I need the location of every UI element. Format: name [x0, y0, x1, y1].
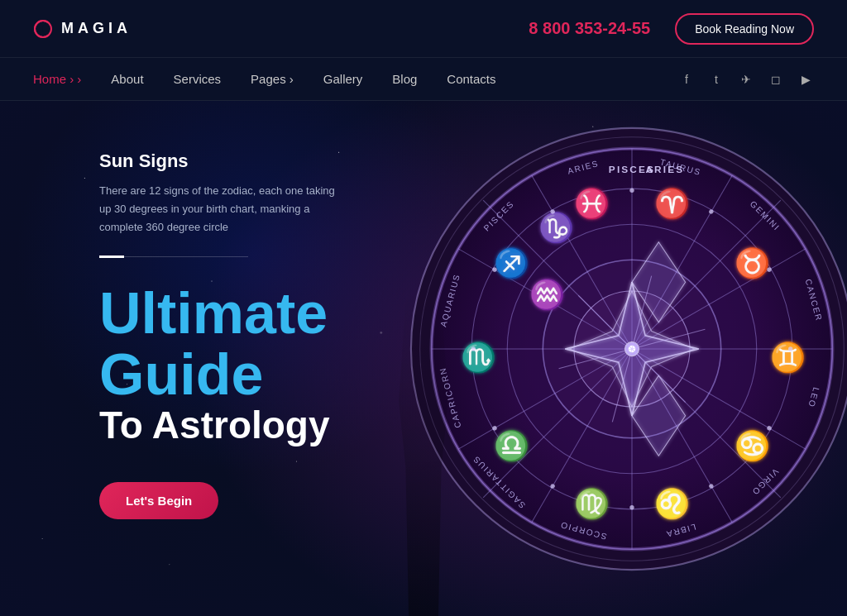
book-reading-button[interactable]: Book Reading Now: [675, 13, 814, 45]
svg-text:♐: ♐: [494, 246, 529, 280]
lets-begin-button[interactable]: Let's Begin: [99, 482, 218, 519]
zodiac-wheel: /* ticks drawn below */: [400, 109, 847, 589]
logo[interactable]: MAGIA: [33, 17, 132, 41]
sun-signs-title: Sun Signs: [99, 150, 364, 172]
svg-text:♉: ♉: [735, 246, 770, 280]
sun-signs-description: There are 12 signs of the zodiac, each o…: [99, 182, 347, 236]
svg-text:♋: ♋: [735, 429, 770, 463]
hero-section: Sun Signs There are 12 signs of the zodi…: [0, 101, 847, 616]
svg-text:♍: ♍: [574, 487, 610, 521]
svg-text:♈: ♈: [654, 187, 690, 221]
svg-point-62: [629, 505, 634, 509]
nav-item-contacts[interactable]: Contacts: [447, 72, 495, 87]
phone-number: 8 800 353-24-55: [529, 19, 650, 38]
zodiac-svg: /* ticks drawn below */: [400, 109, 847, 589]
nav-item-gallery[interactable]: Gallery: [323, 72, 363, 87]
svg-point-59: [788, 346, 792, 351]
nav-link-pages[interactable]: Pages ›: [251, 72, 294, 86]
logo-icon: [33, 17, 56, 41]
phone-main: 353-24-55: [575, 19, 650, 37]
facebook-icon[interactable]: f: [678, 71, 695, 88]
logo-text: MAGIA: [61, 20, 132, 37]
svg-point-65: [471, 346, 476, 351]
hero-divider: [99, 256, 248, 257]
svg-text:♌: ♌: [654, 487, 690, 521]
svg-text:♓: ♓: [574, 187, 610, 221]
nav-link-contacts[interactable]: Contacts: [447, 72, 495, 86]
social-icons: f t ✈ ◻ ▶: [678, 71, 814, 88]
nav-link-home[interactable]: Home ›: [33, 72, 81, 86]
nav-item-services[interactable]: Services: [174, 72, 222, 87]
svg-text:♎: ♎: [494, 429, 529, 463]
instagram-icon[interactable]: ◻: [768, 71, 784, 88]
nav-links: Home › About Services Pages › Gallery Bl…: [33, 72, 496, 87]
headline-to-astrology: To Astrology: [99, 405, 364, 445]
nav-item-pages[interactable]: Pages ›: [251, 72, 294, 87]
tumblr-icon[interactable]: t: [708, 71, 725, 88]
nav-link-blog[interactable]: Blog: [392, 72, 417, 86]
site-header: MAGIA 8 800 353-24-55 Book Reading Now: [0, 0, 847, 58]
nav-item-blog[interactable]: Blog: [392, 72, 417, 87]
svg-text:♊: ♊: [770, 341, 806, 375]
svg-text:♏: ♏: [461, 341, 496, 375]
telegram-icon[interactable]: ✈: [738, 71, 754, 88]
svg-text:♒: ♒: [529, 278, 565, 312]
nav-item-about[interactable]: About: [111, 72, 143, 87]
youtube-icon[interactable]: ▶: [797, 71, 814, 88]
nav-link-about[interactable]: About: [111, 72, 143, 86]
svg-point-56: [629, 189, 634, 193]
headline-ultimate: Ultimate: [99, 284, 364, 345]
headline-guide: Guide: [99, 345, 364, 406]
hero-content: Sun Signs There are 12 signs of the zodi…: [0, 101, 364, 519]
main-nav: Home › About Services Pages › Gallery Bl…: [0, 58, 847, 101]
phone-prefix: 8 800: [529, 19, 570, 37]
nav-link-services[interactable]: Services: [174, 72, 222, 86]
nav-item-home[interactable]: Home ›: [33, 72, 81, 87]
hero-headline: Ultimate Guide To Astrology: [99, 284, 364, 445]
svg-text:♑: ♑: [538, 211, 574, 245]
nav-link-gallery[interactable]: Gallery: [323, 72, 363, 86]
header-right: 8 800 353-24-55 Book Reading Now: [529, 13, 814, 45]
